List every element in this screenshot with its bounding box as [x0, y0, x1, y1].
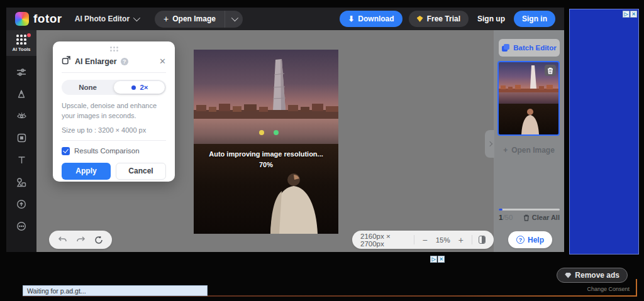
processing-percent: 70%	[194, 161, 338, 168]
sidebar-ad-banner[interactable]: ▷ ✕	[569, 9, 639, 254]
chevron-down-icon	[231, 14, 238, 21]
redo-icon[interactable]	[76, 236, 86, 244]
plus-icon: +	[503, 146, 508, 155]
ad-close-icon[interactable]: ✕	[630, 11, 637, 18]
chevron-right-icon	[487, 141, 492, 146]
image-thumbnail[interactable]	[497, 61, 560, 136]
sidebar-item-elements[interactable]	[6, 171, 36, 193]
results-comparison-checkbox-row[interactable]: Results Comparison	[62, 147, 166, 155]
apply-button[interactable]: Apply	[62, 163, 111, 180]
help-tooltip-icon[interactable]: ?	[121, 58, 128, 65]
clear-all-button[interactable]: Clear All	[523, 214, 560, 221]
open-image-button-group: + Open Image	[155, 11, 243, 28]
adchoices-controls: ▷ ✕	[623, 11, 637, 18]
retouch-icon	[16, 89, 26, 99]
ad-close-icon[interactable]: ✕	[438, 256, 445, 263]
sidebar-item-retouch[interactable]	[6, 83, 36, 105]
enlarger-icon	[62, 55, 71, 67]
download-label: Download	[358, 14, 394, 23]
option-2x[interactable]: 2×	[114, 80, 166, 95]
thumb-person	[499, 107, 558, 134]
delete-image-button[interactable]	[545, 65, 556, 76]
editor-mode-menu[interactable]: AI Photo Editor	[75, 14, 138, 23]
drag-handle[interactable]	[110, 47, 118, 52]
processing-status: Auto improving image resolution... 70%	[194, 150, 338, 168]
option-none[interactable]: None	[62, 80, 114, 95]
loader-dot-green	[274, 130, 279, 135]
adchoices-icon[interactable]: ▷	[623, 11, 630, 18]
ai-tools-icon	[16, 35, 26, 45]
status-text: Waiting for p.ad.gt...	[27, 287, 86, 295]
sidebar-item-more[interactable]	[6, 215, 36, 237]
notification-dot	[27, 33, 31, 37]
close-icon[interactable]: ✕	[159, 57, 166, 65]
zoom-in-button[interactable]: +	[457, 235, 465, 245]
panel-open-image-button[interactable]: + Open Image	[494, 146, 564, 155]
scale-segmented-control: None 2×	[62, 80, 166, 95]
sign-up-link[interactable]: Sign up	[475, 14, 508, 23]
open-image-button[interactable]: + Open Image	[155, 11, 225, 28]
trash-icon	[523, 214, 530, 221]
sidebar-item-frames[interactable]	[6, 127, 36, 149]
divider	[472, 235, 472, 244]
trash-icon	[547, 67, 553, 74]
usage-row: 1 /50 Clear All	[499, 214, 560, 221]
sidebar-item-text[interactable]	[6, 149, 36, 171]
fotor-logo[interactable]: fotor	[15, 12, 62, 26]
image-dimensions: 2160px × 2700px	[360, 233, 408, 248]
loader-dot-yellow	[259, 130, 264, 135]
zoom-out-button[interactable]: −	[420, 235, 429, 245]
zoom-toolbar: 2160px × 2700px − 15% +	[352, 231, 494, 249]
size-note: Size up to : 3200 × 4000 px	[62, 126, 166, 141]
text-icon	[17, 155, 26, 165]
batch-editor-label: Batch Editor	[513, 44, 556, 52]
right-panel: Batch Editor	[494, 30, 564, 252]
processing-text: Auto improving image resolution...	[194, 150, 338, 158]
sign-in-button[interactable]: Sign in	[514, 11, 555, 27]
selected-dot-icon	[131, 85, 136, 90]
ad-frame-border	[636, 279, 637, 297]
image-person	[194, 172, 338, 234]
undo-icon[interactable]	[58, 236, 67, 244]
editor-mode-label: AI Photo Editor	[75, 14, 130, 23]
ai-enlarger-dialog: AI Enlarger ? ✕ None 2× Upscale, denoise…	[53, 41, 175, 182]
help-button[interactable]: ? Help	[508, 231, 552, 248]
change-consent-link[interactable]: Change Consent	[587, 286, 630, 292]
free-trial-button[interactable]: Free Trial	[409, 11, 469, 27]
image-skyline	[194, 50, 338, 120]
description-line2: your images in seconds.	[62, 111, 166, 121]
compare-view-icon[interactable]	[479, 236, 486, 244]
sidebar-item-effects[interactable]	[6, 105, 36, 127]
nav-actions: ⬇ Download Free Trial Sign up Sign in	[340, 11, 555, 27]
sign-in-label: Sign in	[522, 14, 547, 23]
fotor-logo-icon	[15, 12, 29, 26]
clear-all-label: Clear All	[532, 214, 560, 221]
image-water	[194, 119, 338, 145]
panel-collapse-tab[interactable]	[485, 130, 494, 158]
usage-total: /50	[502, 214, 513, 221]
diamond-icon	[417, 16, 423, 22]
free-trial-label: Free Trial	[427, 14, 460, 23]
option-none-label: None	[79, 84, 97, 91]
shapes-icon	[16, 177, 26, 187]
sidebar-item-ai-tools[interactable]: AI Tools	[6, 30, 36, 56]
zoom-level: 15%	[436, 236, 450, 244]
sidebar-item-adjust[interactable]	[6, 61, 36, 83]
checkbox-checked-icon[interactable]	[62, 147, 70, 155]
remove-ads-button[interactable]: Remove ads	[557, 268, 628, 283]
thumb-water	[499, 92, 558, 104]
question-circle-icon: ?	[516, 236, 525, 244]
reset-icon[interactable]	[94, 236, 103, 244]
download-button[interactable]: ⬇ Download	[340, 11, 402, 27]
cancel-button[interactable]: Cancel	[116, 163, 166, 180]
plus-icon: +	[164, 14, 169, 23]
history-toolbar	[49, 231, 112, 249]
batch-editor-button[interactable]: Batch Editor	[499, 39, 560, 57]
editor-canvas: Auto improving image resolution... 70% A…	[36, 30, 494, 252]
adchoices-icon[interactable]: ▷	[430, 256, 437, 263]
working-image[interactable]: Auto improving image resolution... 70%	[194, 50, 338, 234]
open-image-dropdown[interactable]	[225, 11, 243, 28]
dialog-description: Upscale, denoise and enhance your images…	[62, 101, 166, 121]
batch-editor-icon	[502, 44, 509, 52]
sidebar-item-import[interactable]	[6, 193, 36, 215]
